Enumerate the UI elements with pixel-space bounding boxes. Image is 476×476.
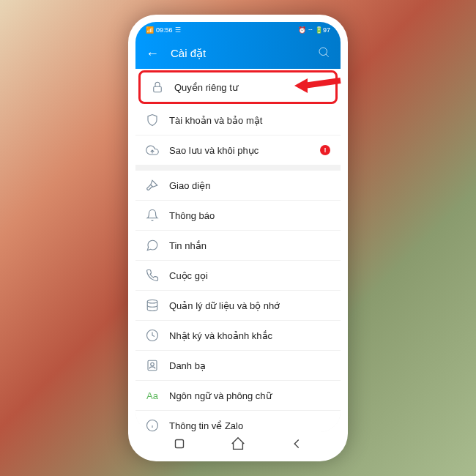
item-label: Thông báo (169, 210, 330, 221)
settings-item-about[interactable]: Thông tin về Zalo (135, 411, 341, 432)
settings-item-language[interactable]: Aa Ngôn ngữ và phông chữ (135, 381, 341, 411)
status-extra: ☰ (175, 26, 181, 34)
info-icon (146, 419, 159, 432)
status-left: 📶 09:56 ☰ (146, 26, 181, 34)
settings-item-security[interactable]: Tài khoản và bảo mật (135, 105, 341, 135)
data-icon (146, 299, 159, 312)
settings-item-backup[interactable]: Sao lưu và khôi phục ! (135, 135, 341, 165)
item-label: Danh bạ (169, 360, 330, 371)
app-header: ← Cài đặt (135, 38, 341, 69)
settings-list: Quyền riêng tư Tài khoản và bảo mật Sao … (135, 70, 341, 432)
page-title: Cài đặt (171, 47, 305, 60)
settings-item-messages[interactable]: Tin nhắn (135, 231, 341, 261)
settings-item-contacts[interactable]: Danh bạ (135, 351, 341, 381)
alert-badge: ! (320, 145, 330, 155)
svg-point-3 (147, 300, 157, 304)
status-time: 09:56 (156, 26, 173, 34)
clock-icon (146, 329, 159, 342)
settings-item-notifications[interactable]: Thông báo (135, 201, 341, 231)
aa-icon: Aa (146, 389, 159, 402)
status-right: ⏰ ⵈ 🔋97 (298, 26, 330, 34)
nav-back-button[interactable] (289, 436, 305, 455)
battery-icon: 🔋97 (315, 26, 330, 34)
svg-marker-11 (294, 78, 308, 93)
alarm-icon: ⏰ (298, 26, 306, 34)
navigation-buttons (128, 432, 348, 458)
bluetooth-icon: ⵈ (308, 26, 313, 34)
shield-icon (146, 114, 159, 127)
settings-item-timeline[interactable]: Nhật ký và khoảnh khắc (135, 321, 341, 351)
item-label: Cuộc gọi (169, 270, 330, 281)
item-label: Sao lưu và khôi phục (169, 145, 310, 156)
message-icon (146, 239, 159, 252)
nav-recent-button[interactable] (171, 436, 187, 455)
phone-icon (146, 269, 159, 282)
svg-rect-2 (154, 86, 162, 92)
brush-icon (146, 179, 159, 192)
item-label: Quản lý dữ liệu và bộ nhớ (169, 300, 330, 311)
search-icon[interactable] (317, 45, 330, 62)
svg-point-6 (151, 362, 155, 366)
svg-rect-10 (176, 440, 184, 448)
settings-item-calls[interactable]: Cuộc gọi (135, 261, 341, 291)
item-label: Giao diện (169, 180, 330, 191)
item-label: Nhật ký và khoảnh khắc (169, 330, 330, 341)
settings-group-2: Giao diện Thông báo Tin nhắn (135, 171, 341, 432)
annotation-arrow (293, 70, 344, 102)
item-label: Tin nhắn (169, 240, 330, 251)
back-icon[interactable]: ← (146, 46, 159, 62)
status-bar: 📶 09:56 ☰ ⏰ ⵈ 🔋97 (135, 22, 341, 38)
svg-point-0 (319, 48, 327, 56)
settings-item-theme[interactable]: Giao diện (135, 171, 341, 201)
nav-home-button[interactable] (230, 436, 246, 455)
settings-item-data[interactable]: Quản lý dữ liệu và bộ nhớ (135, 291, 341, 321)
svg-rect-5 (148, 360, 157, 371)
signal-icon: 📶 (146, 26, 154, 34)
bell-icon (146, 209, 159, 222)
lock-icon (151, 81, 164, 94)
svg-line-1 (326, 54, 329, 57)
item-label: Ngôn ngữ và phông chữ (169, 390, 330, 401)
item-label: Thông tin về Zalo (169, 420, 330, 431)
cloud-icon (146, 144, 159, 157)
contacts-icon (146, 359, 159, 372)
item-label: Tài khoản và bảo mật (169, 115, 330, 126)
